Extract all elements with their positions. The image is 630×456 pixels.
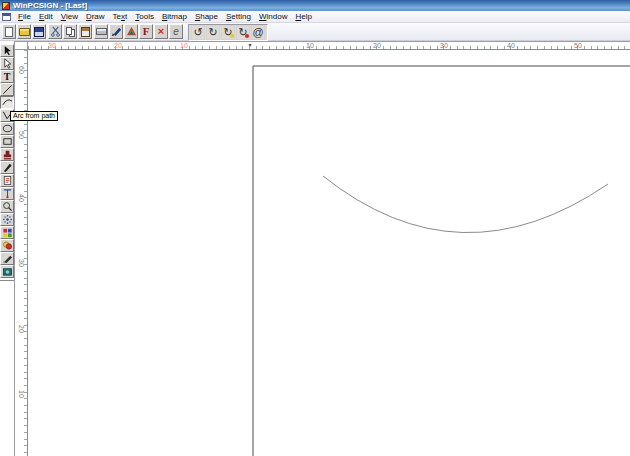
hruler-label-30: 30: [440, 42, 448, 49]
menu-bar: FileEditViewDrawTextToolsBitmapShapeSett…: [0, 11, 630, 23]
title-bar[interactable]: WinPCSIGN - [Last]: [0, 0, 630, 11]
vruler-label-10: 10: [18, 390, 25, 398]
vruler-label-40: 40: [18, 194, 25, 202]
euro-style-icon[interactable]: e: [169, 24, 183, 39]
menu-item-text[interactable]: Text: [109, 11, 132, 23]
hruler-label-10: 10: [180, 42, 188, 49]
hruler-label-20: 20: [114, 42, 122, 49]
tool-palette-divider: [0, 280, 14, 284]
vruler-label-20: 20: [18, 325, 25, 333]
cut-icon[interactable]: [48, 24, 62, 39]
arc-from-path-tool[interactable]: [0, 96, 14, 109]
menu-item-file[interactable]: File: [14, 11, 35, 23]
hruler-origin-marker: ▾: [248, 41, 251, 48]
canvas-drawing: [28, 50, 630, 456]
menu-item-view[interactable]: View: [57, 11, 82, 23]
stamp-tool[interactable]: [0, 148, 14, 161]
rotate-red-icon[interactable]: ↻: [236, 25, 250, 40]
dimension-tool[interactable]: [0, 187, 14, 200]
menu-item-window[interactable]: Window: [255, 11, 291, 23]
vruler-label-60: 60: [18, 66, 25, 74]
spiral-icon[interactable]: @: [251, 25, 265, 40]
application-window: WinPCSIGN - [Last] FileEditViewDrawTextT…: [0, 0, 630, 456]
font-icon[interactable]: F: [139, 24, 153, 39]
ruler-corner: [14, 41, 28, 50]
hruler-label-50: 50: [574, 42, 582, 49]
vruler-label-50: 50: [18, 131, 25, 139]
pencil-tool[interactable]: [0, 161, 14, 174]
spray-tool[interactable]: [0, 213, 14, 226]
select-tool[interactable]: [0, 44, 14, 57]
menu-item-setting[interactable]: Setting: [222, 11, 255, 23]
document-icon[interactable]: [2, 13, 11, 21]
menu-item-help[interactable]: Help: [291, 11, 315, 23]
horizontal-ruler: 3020101020304050▾: [28, 41, 630, 50]
delete-icon[interactable]: ×: [154, 24, 168, 39]
hruler-label-20: 20: [373, 42, 381, 49]
hruler-label-10: 10: [306, 42, 314, 49]
palette-tool[interactable]: [0, 226, 14, 239]
app-icon: [2, 2, 10, 10]
toolbar-group-4: ↺↻↻↻@: [188, 24, 268, 41]
drawing-canvas[interactable]: [28, 50, 630, 456]
weld-tool[interactable]: [0, 239, 14, 252]
tool-tooltip: Arc from path: [10, 111, 58, 121]
node-edit-tool[interactable]: [0, 57, 14, 70]
toolbar-group-1: [2, 24, 46, 39]
toolbar-group-2: [48, 24, 92, 39]
menu-item-bitmap[interactable]: Bitmap: [158, 11, 191, 23]
save-icon[interactable]: [32, 24, 46, 39]
window-title: WinPCSIGN - [Last]: [13, 0, 87, 11]
ellipse-tool[interactable]: [0, 122, 14, 135]
page-marks-tool[interactable]: [0, 174, 14, 187]
rectangle-tool[interactable]: [0, 135, 14, 148]
hruler-label-30: 30: [48, 42, 56, 49]
arc-ccw-icon[interactable]: ↺: [191, 25, 205, 40]
arc-cw-icon[interactable]: ↻: [206, 25, 220, 40]
menu-item-shape[interactable]: Shape: [191, 11, 222, 23]
copy-icon[interactable]: [63, 24, 77, 39]
new-icon[interactable]: [2, 24, 16, 39]
line-tool[interactable]: [0, 83, 14, 96]
menu-item-edit[interactable]: Edit: [35, 11, 57, 23]
arc-curve[interactable]: [323, 176, 608, 233]
zoom-tool[interactable]: [0, 200, 14, 213]
scan-tool[interactable]: [0, 265, 14, 278]
knife-tool[interactable]: [0, 252, 14, 265]
open-icon[interactable]: [17, 24, 31, 39]
rotate-yellow-icon[interactable]: ↻: [221, 25, 235, 40]
paste-icon[interactable]: [78, 24, 92, 39]
hruler-label-40: 40: [507, 42, 515, 49]
tool-palette: T: [0, 44, 14, 284]
vruler-label-30: 30: [18, 259, 25, 267]
toolbar-group-3: F×e: [94, 24, 183, 39]
text-color-icon[interactable]: [124, 24, 138, 39]
print-icon[interactable]: [94, 24, 108, 39]
menu-item-tools[interactable]: Tools: [131, 11, 158, 23]
pen-icon[interactable]: [109, 24, 123, 39]
main-toolbar: F×e↺↻↻↻@: [0, 23, 630, 41]
text-tool[interactable]: T: [0, 70, 14, 83]
menu-item-draw[interactable]: Draw: [82, 11, 109, 23]
